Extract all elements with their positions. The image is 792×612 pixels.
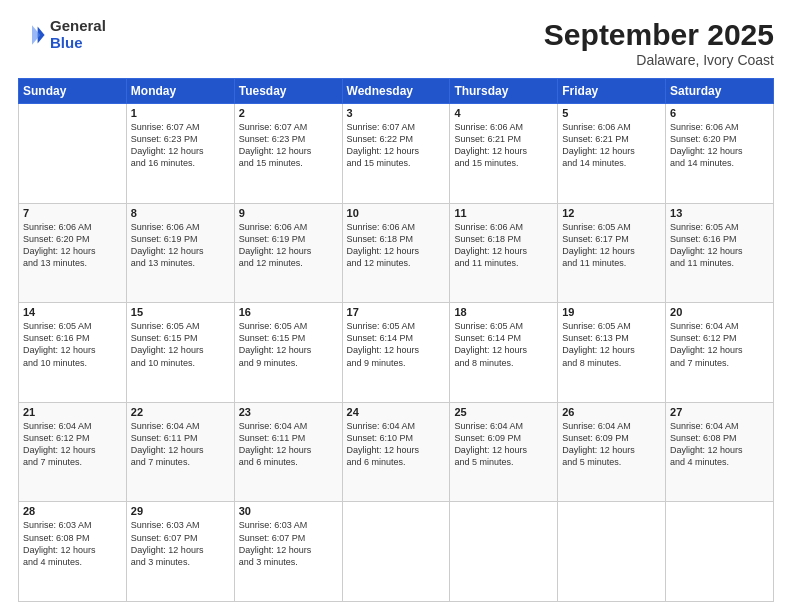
day-number: 20 [670,306,769,318]
calendar-cell: 1Sunrise: 6:07 AM Sunset: 6:23 PM Daylig… [126,104,234,204]
logo-blue: Blue [50,35,106,52]
day-info: Sunrise: 6:04 AM Sunset: 6:08 PM Dayligh… [670,420,769,469]
day-number: 29 [131,505,230,517]
day-info: Sunrise: 6:06 AM Sunset: 6:21 PM Dayligh… [562,121,661,170]
day-info: Sunrise: 6:05 AM Sunset: 6:16 PM Dayligh… [23,320,122,369]
day-number: 14 [23,306,122,318]
day-number: 30 [239,505,338,517]
calendar-cell: 8Sunrise: 6:06 AM Sunset: 6:19 PM Daylig… [126,203,234,303]
day-info: Sunrise: 6:05 AM Sunset: 6:13 PM Dayligh… [562,320,661,369]
day-number: 27 [670,406,769,418]
day-number: 2 [239,107,338,119]
day-info: Sunrise: 6:06 AM Sunset: 6:19 PM Dayligh… [239,221,338,270]
day-number: 8 [131,207,230,219]
day-info: Sunrise: 6:07 AM Sunset: 6:23 PM Dayligh… [239,121,338,170]
day-info: Sunrise: 6:05 AM Sunset: 6:16 PM Dayligh… [670,221,769,270]
calendar-cell [342,502,450,602]
svg-marker-1 [32,25,40,45]
day-number: 23 [239,406,338,418]
day-info: Sunrise: 6:05 AM Sunset: 6:17 PM Dayligh… [562,221,661,270]
calendar-cell: 10Sunrise: 6:06 AM Sunset: 6:18 PM Dayli… [342,203,450,303]
calendar-cell: 17Sunrise: 6:05 AM Sunset: 6:14 PM Dayli… [342,303,450,403]
calendar-cell: 9Sunrise: 6:06 AM Sunset: 6:19 PM Daylig… [234,203,342,303]
calendar-cell: 29Sunrise: 6:03 AM Sunset: 6:07 PM Dayli… [126,502,234,602]
calendar-cell: 3Sunrise: 6:07 AM Sunset: 6:22 PM Daylig… [342,104,450,204]
calendar: SundayMondayTuesdayWednesdayThursdayFrid… [18,78,774,602]
week-row-4: 28Sunrise: 6:03 AM Sunset: 6:08 PM Dayli… [19,502,774,602]
day-number: 4 [454,107,553,119]
day-info: Sunrise: 6:06 AM Sunset: 6:18 PM Dayligh… [347,221,446,270]
day-number: 19 [562,306,661,318]
day-info: Sunrise: 6:06 AM Sunset: 6:18 PM Dayligh… [454,221,553,270]
calendar-cell: 27Sunrise: 6:04 AM Sunset: 6:08 PM Dayli… [666,402,774,502]
day-number: 18 [454,306,553,318]
day-info: Sunrise: 6:04 AM Sunset: 6:10 PM Dayligh… [347,420,446,469]
calendar-cell: 19Sunrise: 6:05 AM Sunset: 6:13 PM Dayli… [558,303,666,403]
day-number: 17 [347,306,446,318]
calendar-cell: 18Sunrise: 6:05 AM Sunset: 6:14 PM Dayli… [450,303,558,403]
logo: General Blue [18,18,106,51]
day-number: 6 [670,107,769,119]
calendar-cell: 25Sunrise: 6:04 AM Sunset: 6:09 PM Dayli… [450,402,558,502]
calendar-cell: 28Sunrise: 6:03 AM Sunset: 6:08 PM Dayli… [19,502,127,602]
col-header-friday: Friday [558,79,666,104]
calendar-cell: 26Sunrise: 6:04 AM Sunset: 6:09 PM Dayli… [558,402,666,502]
page: General Blue September 2025 Dalaware, Iv… [0,0,792,612]
day-number: 3 [347,107,446,119]
calendar-cell: 20Sunrise: 6:04 AM Sunset: 6:12 PM Dayli… [666,303,774,403]
calendar-cell: 15Sunrise: 6:05 AM Sunset: 6:15 PM Dayli… [126,303,234,403]
day-number: 28 [23,505,122,517]
day-info: Sunrise: 6:04 AM Sunset: 6:11 PM Dayligh… [239,420,338,469]
day-info: Sunrise: 6:04 AM Sunset: 6:12 PM Dayligh… [670,320,769,369]
calendar-cell: 30Sunrise: 6:03 AM Sunset: 6:07 PM Dayli… [234,502,342,602]
day-number: 1 [131,107,230,119]
day-number: 9 [239,207,338,219]
calendar-cell: 6Sunrise: 6:06 AM Sunset: 6:20 PM Daylig… [666,104,774,204]
calendar-cell: 24Sunrise: 6:04 AM Sunset: 6:10 PM Dayli… [342,402,450,502]
day-info: Sunrise: 6:04 AM Sunset: 6:12 PM Dayligh… [23,420,122,469]
logo-icon [18,21,46,49]
calendar-cell: 21Sunrise: 6:04 AM Sunset: 6:12 PM Dayli… [19,402,127,502]
calendar-cell: 23Sunrise: 6:04 AM Sunset: 6:11 PM Dayli… [234,402,342,502]
day-info: Sunrise: 6:05 AM Sunset: 6:14 PM Dayligh… [347,320,446,369]
day-info: Sunrise: 6:06 AM Sunset: 6:19 PM Dayligh… [131,221,230,270]
day-number: 12 [562,207,661,219]
day-info: Sunrise: 6:05 AM Sunset: 6:14 PM Dayligh… [454,320,553,369]
calendar-header-row: SundayMondayTuesdayWednesdayThursdayFrid… [19,79,774,104]
title-block: September 2025 Dalaware, Ivory Coast [544,18,774,68]
day-info: Sunrise: 6:05 AM Sunset: 6:15 PM Dayligh… [239,320,338,369]
day-info: Sunrise: 6:03 AM Sunset: 6:07 PM Dayligh… [131,519,230,568]
day-number: 13 [670,207,769,219]
logo-general: General [50,18,106,35]
day-info: Sunrise: 6:03 AM Sunset: 6:07 PM Dayligh… [239,519,338,568]
calendar-cell [450,502,558,602]
day-number: 7 [23,207,122,219]
calendar-cell: 2Sunrise: 6:07 AM Sunset: 6:23 PM Daylig… [234,104,342,204]
header: General Blue September 2025 Dalaware, Iv… [18,18,774,68]
day-info: Sunrise: 6:07 AM Sunset: 6:23 PM Dayligh… [131,121,230,170]
col-header-thursday: Thursday [450,79,558,104]
calendar-cell: 14Sunrise: 6:05 AM Sunset: 6:16 PM Dayli… [19,303,127,403]
week-row-1: 7Sunrise: 6:06 AM Sunset: 6:20 PM Daylig… [19,203,774,303]
day-number: 15 [131,306,230,318]
day-number: 21 [23,406,122,418]
day-number: 25 [454,406,553,418]
day-info: Sunrise: 6:06 AM Sunset: 6:21 PM Dayligh… [454,121,553,170]
day-info: Sunrise: 6:05 AM Sunset: 6:15 PM Dayligh… [131,320,230,369]
calendar-cell: 7Sunrise: 6:06 AM Sunset: 6:20 PM Daylig… [19,203,127,303]
day-number: 5 [562,107,661,119]
col-header-sunday: Sunday [19,79,127,104]
col-header-monday: Monday [126,79,234,104]
day-number: 16 [239,306,338,318]
col-header-saturday: Saturday [666,79,774,104]
day-info: Sunrise: 6:03 AM Sunset: 6:08 PM Dayligh… [23,519,122,568]
calendar-cell: 13Sunrise: 6:05 AM Sunset: 6:16 PM Dayli… [666,203,774,303]
calendar-cell: 12Sunrise: 6:05 AM Sunset: 6:17 PM Dayli… [558,203,666,303]
day-info: Sunrise: 6:04 AM Sunset: 6:09 PM Dayligh… [454,420,553,469]
day-number: 24 [347,406,446,418]
col-header-wednesday: Wednesday [342,79,450,104]
day-number: 26 [562,406,661,418]
day-info: Sunrise: 6:06 AM Sunset: 6:20 PM Dayligh… [23,221,122,270]
calendar-cell: 5Sunrise: 6:06 AM Sunset: 6:21 PM Daylig… [558,104,666,204]
calendar-cell [19,104,127,204]
